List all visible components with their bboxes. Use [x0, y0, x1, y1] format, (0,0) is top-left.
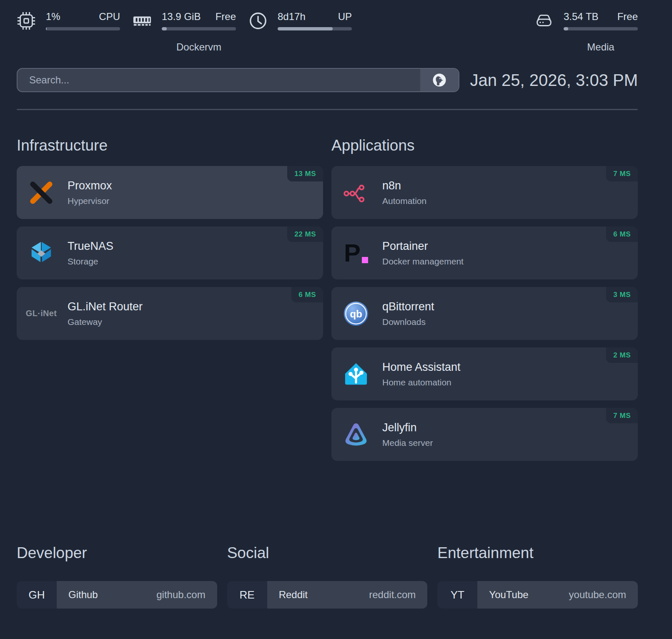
- uptime-widget: 8d17h UP: [248, 11, 352, 30]
- ping-badge: 3 MS: [606, 287, 638, 302]
- service-name: Jellyfin: [382, 421, 433, 434]
- homepage-dashboard: 1% CPU: [0, 0, 672, 639]
- uptime-value: 8d17h: [278, 11, 306, 23]
- cpu-icon: [17, 11, 36, 30]
- section-title-applications: Applications: [331, 137, 638, 154]
- disk-widget: 3.54 TB Free: [534, 11, 638, 30]
- service-card-proxmox[interactable]: 13 MS Proxmox Hypervisor: [17, 166, 323, 219]
- service-name: Home Assistant: [382, 361, 461, 374]
- disk-icon: [534, 11, 554, 30]
- section-infrastructure: Infrastructure 13 MS Proxmox Hypervisor …: [17, 137, 323, 347]
- portainer-dot: [362, 257, 368, 263]
- bookmark-group-social: Social RE Reddit reddit.com: [227, 544, 428, 609]
- stats-row: 1% CPU: [17, 11, 638, 53]
- search-row: Jan 25, 2026, 3:03 PM: [17, 68, 638, 92]
- memory-progressbar: [162, 27, 236, 30]
- jellyfin-logo-icon: [343, 422, 369, 448]
- ping-badge: 2 MS: [606, 347, 638, 363]
- service-name: TrueNAS: [68, 240, 113, 253]
- bookmark-group-entertainment: Entertainment YT YouTube youtube.com: [437, 544, 638, 609]
- svg-text:qb: qb: [350, 308, 362, 319]
- divider: [17, 109, 638, 110]
- resources-label-dockervm: Dockervm: [17, 41, 352, 53]
- service-name: n8n: [382, 179, 426, 192]
- bookmark-group-developer: Developer GH Github github.com: [17, 544, 217, 609]
- cpu-progressbar: [46, 27, 120, 30]
- disk-value: 3.54 TB: [564, 11, 599, 23]
- ping-badge: 6 MS: [606, 226, 638, 242]
- ping-badge: 6 MS: [291, 287, 323, 302]
- bookmark-reddit[interactable]: RE Reddit reddit.com: [227, 581, 428, 609]
- service-card-qbittorrent[interactable]: 3 MS qb qBitt: [331, 287, 638, 340]
- bookmark-group-title: Entertainment: [437, 544, 638, 562]
- memory-progress-fill: [162, 27, 167, 30]
- disk-label: Free: [617, 11, 638, 23]
- bookmark-abbr: YT: [437, 581, 477, 609]
- bookmark-group-title: Developer: [17, 544, 217, 562]
- uptime-progressbar: [278, 27, 352, 30]
- service-card-truenas[interactable]: 22 MS TrueNAS Storage: [17, 226, 323, 279]
- bookmark-group-title: Social: [227, 544, 428, 562]
- duckduckgo-icon: [432, 73, 447, 88]
- ping-badge: 7 MS: [606, 166, 638, 181]
- bookmark-url: youtube.com: [569, 589, 626, 601]
- ping-badge: 22 MS: [287, 226, 323, 242]
- service-name: GL.iNet Router: [68, 300, 143, 313]
- section-title-infrastructure: Infrastructure: [17, 137, 323, 154]
- uptime-label: UP: [338, 11, 352, 23]
- search-input[interactable]: [17, 68, 459, 92]
- n8n-logo-icon: [343, 180, 369, 206]
- disk-progress-fill: [564, 27, 568, 30]
- disk-progressbar: [564, 27, 638, 30]
- service-groups: Infrastructure 13 MS Proxmox Hypervisor …: [17, 137, 638, 468]
- memory-value: 13.9 GiB: [162, 11, 201, 23]
- ping-badge: 13 MS: [287, 166, 323, 181]
- service-card-home-assistant[interactable]: 2 MS: [331, 347, 638, 400]
- cpu-progress-fill: [46, 27, 47, 30]
- resources-dockervm: 1% CPU: [17, 11, 352, 53]
- qbittorrent-logo-icon: qb: [343, 301, 369, 327]
- service-description: Gateway: [68, 317, 143, 327]
- uptime-progress-fill: [278, 27, 333, 30]
- bookmark-url: github.com: [156, 589, 205, 601]
- section-applications: Applications 7 MS n8n Au: [331, 137, 638, 468]
- portainer-logo-icon: P: [343, 240, 369, 266]
- service-description: Home automation: [382, 377, 461, 387]
- cpu-value: 1%: [46, 11, 60, 23]
- service-card-portainer[interactable]: 6 MS P Portainer Docker management: [331, 226, 638, 279]
- truenas-logo-icon: [28, 240, 54, 266]
- bookmark-name: Github: [68, 589, 98, 601]
- bookmark-name: Reddit: [279, 589, 308, 601]
- cpu-widget: 1% CPU: [17, 11, 120, 30]
- service-name: Portainer: [382, 240, 464, 253]
- bookmark-youtube[interactable]: YT YouTube youtube.com: [437, 581, 638, 609]
- uptime-icon: [248, 11, 268, 30]
- service-description: Downloads: [382, 317, 434, 327]
- service-description: Media server: [382, 438, 433, 448]
- bookmark-url: reddit.com: [369, 589, 416, 601]
- service-card-glinet-router[interactable]: 6 MS GL·iNet GL.iNet Router Gateway: [17, 287, 323, 340]
- glinet-logo-icon: GL·iNet: [28, 301, 54, 327]
- bookmark-github[interactable]: GH Github github.com: [17, 581, 217, 609]
- bookmarks: Developer GH Github github.com Social RE…: [17, 544, 638, 609]
- ping-badge: 7 MS: [606, 408, 638, 423]
- service-name: Proxmox: [68, 179, 112, 192]
- bookmark-abbr: GH: [17, 581, 57, 609]
- memory-label: Free: [216, 11, 236, 23]
- memory-widget: 13.9 GiB Free: [133, 11, 236, 30]
- memory-icon: [133, 11, 152, 30]
- proxmox-logo-icon: [28, 180, 54, 206]
- bookmark-name: YouTube: [489, 589, 528, 601]
- service-description: Hypervisor: [68, 196, 112, 206]
- service-card-jellyfin[interactable]: 7 MS Jellyfi: [331, 408, 638, 461]
- search-engine-button[interactable]: [420, 69, 459, 91]
- service-description: Storage: [68, 257, 113, 267]
- datetime: Jan 25, 2026, 3:03 PM: [470, 71, 638, 90]
- bookmark-abbr: RE: [227, 581, 267, 609]
- service-name: qBittorrent: [382, 300, 434, 313]
- search-box: [17, 68, 459, 92]
- service-description: Automation: [382, 196, 426, 206]
- home-assistant-logo-icon: [343, 361, 369, 387]
- service-card-n8n[interactable]: 7 MS n8n Automation: [331, 166, 638, 219]
- service-description: Docker management: [382, 257, 464, 267]
